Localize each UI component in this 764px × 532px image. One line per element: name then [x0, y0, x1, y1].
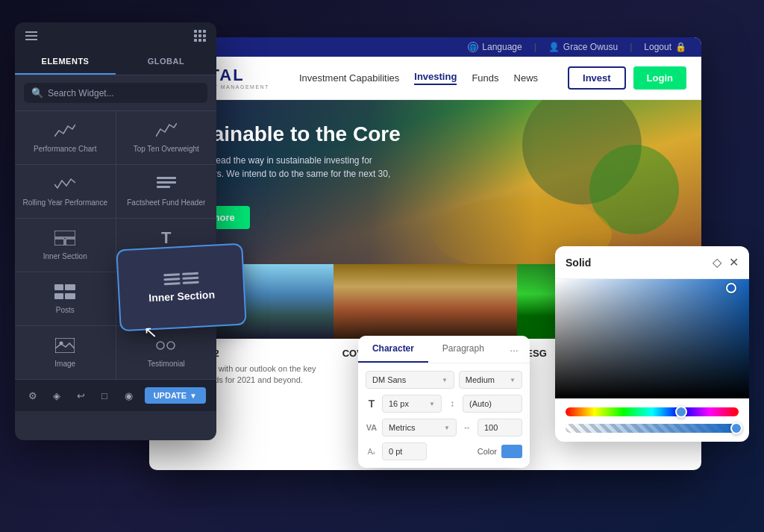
svg-rect-2 — [157, 186, 170, 188]
letter-spacing-input[interactable]: 100 — [478, 419, 522, 436]
svg-point-13 — [167, 342, 175, 349]
widget-performance-chart[interactable]: Performance Chart — [15, 111, 116, 164]
svg-rect-9 — [65, 293, 75, 299]
panel-tabs: ELEMENTS GLOBAL — [15, 49, 216, 75]
font-size-value: 16 px — [389, 399, 409, 408]
tab-extra: … — [498, 336, 530, 363]
tracking-select[interactable]: Metrics ▼ — [382, 419, 457, 436]
site-nav: KAPITAL CAPITAL ASSET MANAGEMENT Investm… — [149, 57, 701, 100]
nav-investing[interactable]: Investing — [414, 71, 457, 85]
search-input[interactable] — [48, 88, 200, 98]
eye-icon[interactable]: ◉ — [121, 388, 136, 403]
nav-news[interactable]: News — [514, 72, 539, 84]
language-label: Language — [482, 42, 522, 52]
tab-global[interactable]: GLOBAL — [116, 49, 216, 75]
language-selector[interactable]: 🌐 Language — [468, 42, 522, 52]
invest-button[interactable]: Invest — [568, 66, 626, 90]
font-row: DM Sans ▼ Medium ▼ — [366, 371, 522, 389]
tracking-row: VA Metrics ▼ ↔ 100 — [366, 419, 522, 436]
image-icon — [53, 337, 77, 354]
tracking-arrow: ▼ — [444, 425, 450, 431]
font-size-select[interactable]: 16 px ▼ — [382, 395, 442, 413]
widget-image[interactable]: Image — [15, 326, 116, 379]
font-size-icon: T — [366, 398, 378, 410]
image-label: Image — [54, 359, 75, 369]
user-menu[interactable]: 👤 Grace Owusu — [548, 42, 618, 52]
performance-chart-icon — [53, 122, 77, 140]
widget-search-area: 🔍 — [15, 75, 216, 111]
device-icon[interactable]: □ — [97, 388, 112, 403]
svg-rect-3 — [54, 231, 75, 237]
hamburger-icon[interactable] — [25, 31, 37, 40]
weight-select[interactable]: Medium ▼ — [459, 371, 522, 389]
cursor-icon: ↖ — [143, 322, 157, 342]
inner-section-icon — [53, 229, 77, 247]
tracking-icon: VA — [366, 423, 378, 432]
widget-inner-section[interactable]: Inner Section — [15, 219, 116, 272]
username-label: Grace Owusu — [563, 42, 618, 52]
widget-rolling-year[interactable]: Rolling Year Performance — [15, 165, 116, 218]
svg-rect-0 — [157, 177, 176, 179]
inner-section-card-icon — [163, 272, 199, 284]
baseline-shift-input[interactable]: 0 pt — [382, 442, 427, 460]
search-icon: 🔍 — [31, 87, 43, 98]
util-divider-1: | — [534, 42, 536, 52]
tracking-value: Metrics — [389, 423, 415, 432]
baseline-icon: Aₐ — [366, 448, 378, 456]
posts-icon — [53, 283, 77, 301]
top-ten-label: Top Ten Overweight — [134, 144, 199, 154]
util-bar: 🌐 Language | 👤 Grace Owusu | Logout 🔒 — [149, 37, 701, 57]
size-row: T 16 px ▼ ↕ (Auto) — [366, 395, 522, 413]
hero-content: Sustainable to the Core Kapital has lead… — [149, 100, 701, 251]
apps-grid-icon[interactable] — [194, 30, 206, 42]
login-button[interactable]: Login — [633, 66, 686, 90]
undo-icon[interactable]: ↩ — [73, 388, 88, 403]
color-type-label: Solid — [566, 257, 591, 269]
widget-factsheet[interactable]: Factsheet Fund Header — [116, 165, 217, 218]
svg-rect-8 — [54, 293, 63, 299]
panel-topbar — [15, 22, 216, 49]
layers-icon[interactable]: ◈ — [49, 388, 64, 403]
widget-grid: Performance Chart Top Ten Overweight Rol… — [15, 111, 216, 379]
lock-icon: 🔒 — [675, 42, 686, 52]
svg-point-12 — [157, 342, 164, 349]
eyedropper-icon[interactable]: ◇ — [713, 255, 721, 269]
color-label: Color — [478, 447, 497, 456]
character-panel: Character Paragraph … DM Sans ▼ Medium ▼… — [358, 336, 530, 468]
nav-funds[interactable]: Funds — [472, 72, 498, 84]
color-picker-panel: Solid ◇ ✕ — [555, 246, 749, 442]
card-covid-image — [334, 264, 518, 339]
widget-testimonial[interactable]: Testimonial — [116, 326, 217, 379]
tab-paragraph[interactable]: Paragraph — [428, 336, 498, 363]
opacity-slider-thumb — [730, 422, 742, 434]
char-panel-body: DM Sans ▼ Medium ▼ T 16 px ▼ ↕ (Auto) VA — [358, 363, 530, 468]
letter-spacing-value: 100 — [484, 423, 498, 432]
line-height-select[interactable]: (Auto) — [463, 395, 522, 413]
update-button[interactable]: UPDATE ▼ — [145, 387, 206, 404]
svg-rect-1 — [157, 181, 176, 184]
color-header-icons: ◇ ✕ — [713, 255, 739, 269]
settings-icon[interactable]: ⚙ — [25, 388, 40, 403]
hero-title: Sustainable to the Core — [167, 122, 683, 146]
font-select[interactable]: DM Sans ▼ — [366, 371, 454, 389]
color-swatch[interactable] — [501, 445, 522, 458]
hue-slider[interactable] — [566, 407, 739, 416]
widget-posts[interactable]: Posts — [15, 272, 116, 325]
tab-elements[interactable]: ELEMENTS — [15, 49, 116, 75]
tab-character[interactable]: Character — [358, 336, 428, 363]
util-divider-2: | — [630, 42, 632, 52]
svg-rect-5 — [66, 239, 75, 245]
search-wrapper[interactable]: 🔍 — [24, 83, 207, 103]
nav-investment-capabilities[interactable]: Investment Capabilities — [299, 72, 399, 84]
inner-section-drag-card[interactable]: Inner Section ↖ — [116, 243, 247, 332]
color-gradient-area[interactable] — [555, 279, 749, 398]
svg-rect-7 — [65, 284, 75, 290]
widget-top-ten[interactable]: Top Ten Overweight — [116, 111, 217, 164]
testimonial-label: Testimonial — [148, 359, 185, 369]
widget-panel: ELEMENTS GLOBAL 🔍 Performance Chart Top … — [15, 22, 216, 440]
inner-section-label: Inner Section — [43, 251, 87, 261]
char-panel-tabs: Character Paragraph … — [358, 336, 530, 363]
logout-button[interactable]: Logout 🔒 — [644, 42, 686, 52]
close-icon[interactable]: ✕ — [729, 255, 739, 269]
opacity-slider[interactable] — [566, 424, 739, 433]
